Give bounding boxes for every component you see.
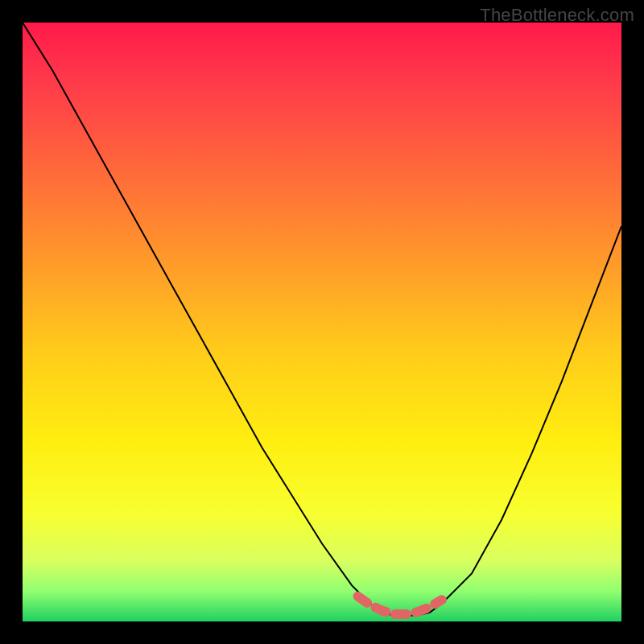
chart-container: TheBottleneck.com xyxy=(0,0,644,644)
chart-svg xyxy=(23,23,621,621)
plot-area xyxy=(23,23,621,621)
chart-background xyxy=(23,23,621,621)
watermark-text: TheBottleneck.com xyxy=(480,5,634,26)
